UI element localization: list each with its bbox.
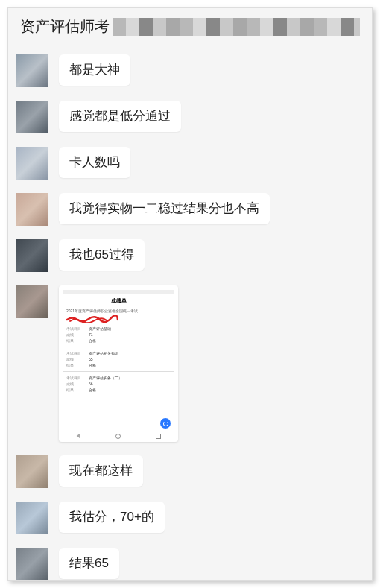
score-row: 考试科目资产评估相关知识 — [66, 351, 171, 355]
avatar[interactable] — [16, 54, 48, 87]
message-bubble[interactable]: 现在都这样 — [59, 455, 143, 487]
message-item: 我觉得实物一二稳过结果分也不高 — [16, 193, 364, 226]
message-item: 成绩单 2021年度资产评估师职业资格全国统一考试 考试科目资产评估基础 成绩7… — [16, 285, 364, 442]
message-bubble[interactable]: 我估分，70+的 — [59, 502, 165, 533]
avatar[interactable] — [16, 239, 48, 272]
avatar[interactable] — [16, 502, 48, 534]
message-item: 现在都这样 — [16, 455, 364, 488]
message-bubble[interactable]: 感觉都是低分通过 — [59, 101, 181, 132]
message-item: 我估分，70+的 — [16, 502, 364, 534]
message-item: 结果65 — [16, 548, 364, 580]
message-item: 我也65过得 — [16, 239, 364, 272]
message-bubble[interactable]: 都是大神 — [59, 54, 130, 86]
chat-title: 资产评估师考 — [20, 16, 110, 37]
divider — [63, 371, 174, 372]
message-bubble[interactable]: 卡人数吗 — [59, 147, 130, 178]
nav-back-icon — [76, 433, 80, 439]
message-list[interactable]: 都是大神 感觉都是低分通过 卡人数吗 我觉得实物一二稳过结果分也不高 我也65过… — [8, 45, 372, 580]
chat-header: 资产评估师考 — [8, 8, 372, 45]
score-card-title: 成绩单 — [63, 297, 174, 305]
avatar[interactable] — [16, 147, 48, 180]
message-item: 都是大神 — [16, 54, 364, 87]
score-row: 结果合格 — [66, 388, 171, 392]
message-bubble[interactable]: 结果65 — [59, 548, 119, 579]
redaction-scribble-icon — [66, 315, 118, 323]
score-row: 考试科目资产评估基础 — [66, 326, 171, 331]
phone-nav-bar — [59, 432, 178, 440]
score-row: 成绩65 — [66, 357, 171, 361]
avatar[interactable] — [16, 101, 48, 133]
score-row: 成绩71 — [66, 332, 171, 337]
message-item: 卡人数吗 — [16, 147, 364, 180]
chat-window: 资产评估师考 都是大神 感觉都是低分通过 卡人数吗 我觉得实物一二稳过结果分也不… — [7, 7, 373, 581]
message-item: 感觉都是低分通过 — [16, 101, 364, 133]
message-bubble[interactable]: 我觉得实物一二稳过结果分也不高 — [59, 193, 270, 224]
score-row: 成绩66 — [66, 382, 171, 386]
message-image-attachment[interactable]: 成绩单 2021年度资产评估师职业资格全国统一考试 考试科目资产评估基础 成绩7… — [59, 285, 178, 442]
score-card-heading: 2021年度资产评估师职业资格全国统一考试 — [66, 309, 171, 313]
avatar[interactable] — [16, 285, 48, 318]
divider — [63, 347, 174, 347]
floating-action-icon — [160, 418, 171, 429]
nav-recent-icon — [156, 434, 161, 439]
avatar[interactable] — [16, 193, 48, 226]
score-row: 考试科目资产评估实务（二） — [66, 376, 171, 380]
nav-home-icon — [115, 434, 121, 439]
phone-statusbar-icon — [63, 290, 174, 294]
header-censored-area — [113, 18, 360, 36]
score-row: 结果合格 — [66, 338, 171, 343]
message-bubble[interactable]: 我也65过得 — [59, 239, 145, 271]
score-row: 结果合格 — [66, 363, 171, 367]
avatar[interactable] — [16, 455, 48, 488]
avatar[interactable] — [16, 548, 48, 580]
